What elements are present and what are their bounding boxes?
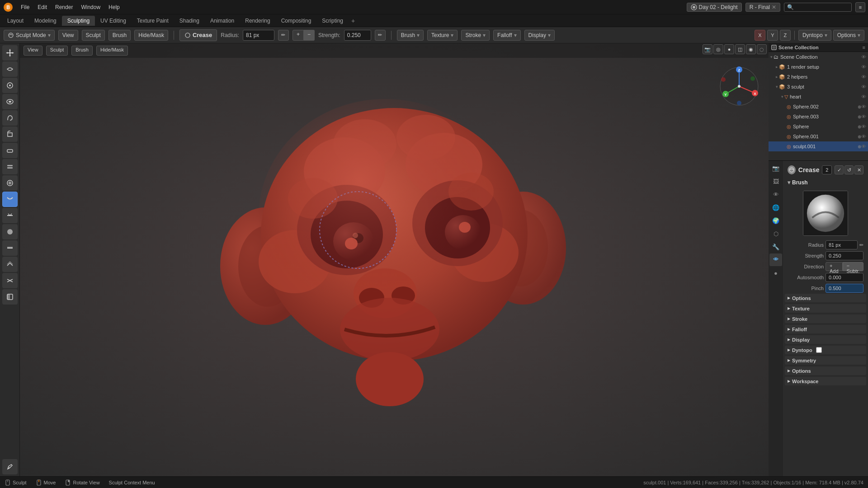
sculpt-button[interactable]: Sculpt [82, 30, 105, 41]
tool-grab[interactable] [2, 78, 18, 93]
tab-rendering[interactable]: Rendering [240, 16, 275, 26]
direction-add-button[interactable]: + Add [826, 262, 843, 271]
outliner-row-sphere001[interactable]: ◎ Sphere.001 ⊕ 👁 [769, 131, 868, 141]
tool-scrape[interactable] [2, 240, 18, 256]
tool-transform[interactable] [2, 45, 18, 61]
dyntopo-btn[interactable]: Dyntopo▾ [798, 30, 831, 41]
outliner-row-helpers[interactable]: ▸ 📦 2 helpers 👁 [769, 72, 868, 82]
props-object-tab[interactable]: ⬡ [769, 227, 782, 240]
x-mirror-btn[interactable]: X [755, 30, 765, 41]
props-output-tab[interactable]: 🖼 [769, 175, 782, 188]
render-setup-eye-icon[interactable]: 👁 [861, 64, 866, 70]
tool-annotate[interactable] [2, 459, 18, 474]
outliner-row-sculpt[interactable]: ▾ 📦 3 sculpt 👁 [769, 82, 868, 92]
props-scene-tab[interactable]: 🌐 [769, 201, 782, 214]
crease-check-btn[interactable]: ✓ [835, 165, 844, 174]
sphere002-eye-icon[interactable]: 👁 [861, 104, 866, 109]
options2-section-header[interactable]: ▸ Options [785, 366, 866, 375]
dyntopo-section-header[interactable]: ▸ Dyntopo [785, 346, 866, 354]
outliner-row-render-setup[interactable]: ▸ 📦 1 render setup 👁 [769, 62, 868, 72]
tool-elastic-grab[interactable] [2, 94, 18, 109]
viewport-wireframe-icon[interactable]: ◫ [735, 44, 745, 54]
sphere003-eye-icon[interactable]: 👁 [861, 114, 866, 119]
props-data-tab[interactable] [769, 253, 782, 266]
menu-file[interactable]: File [17, 3, 33, 11]
viewport-brush-btn[interactable]: Brush [71, 46, 93, 56]
props-material-tab[interactable]: ● [769, 267, 782, 279]
tab-animation[interactable]: Animation [205, 16, 240, 26]
tool-smooth[interactable] [2, 61, 18, 77]
tool-crease[interactable] [2, 192, 18, 207]
view-button[interactable]: View [58, 30, 78, 41]
dyntopo-checkbox[interactable] [816, 347, 822, 353]
sculpt001-eye-icon[interactable]: 👁 [861, 144, 866, 149]
tab-sculpting[interactable]: Sculpting [62, 16, 95, 26]
tool-pinch[interactable] [2, 273, 18, 288]
crease-num[interactable]: 2 [822, 165, 832, 174]
tool-snake-hook[interactable] [2, 110, 18, 126]
menu-edit[interactable]: Edit [34, 3, 51, 11]
stroke-dropdown[interactable]: Stroke▾ [461, 30, 490, 41]
display-dropdown[interactable]: Display▾ [524, 30, 555, 41]
sphere-eye-icon[interactable]: 👁 [861, 124, 866, 129]
falloff-dropdown[interactable]: Falloff▾ [493, 30, 520, 41]
tool-mask[interactable] [2, 289, 18, 305]
pinch-value[interactable]: 0.500 [826, 284, 863, 293]
menu-window[interactable]: Window [77, 3, 104, 11]
outliner-row-sphere[interactable]: ◎ Sphere ⊕ 👁 [769, 122, 868, 131]
z-mirror-btn[interactable]: Z [780, 30, 791, 41]
viewport-render-icon[interactable]: ◎ [713, 44, 723, 54]
tab-uv-editing[interactable]: UV Editing [95, 16, 132, 26]
menu-help[interactable]: Help [105, 3, 123, 11]
sphere001-eye-icon[interactable]: 👁 [861, 134, 866, 139]
y-mirror-btn[interactable]: Y [767, 30, 778, 41]
sculpt-eye-icon[interactable]: 👁 [861, 84, 866, 89]
viewport[interactable]: View Sculpt Brush Hide/Mask 📷 ◎ ● ◫ ◉ ◌ [20, 43, 769, 476]
viewport-sculpt-btn[interactable]: Sculpt [46, 46, 68, 56]
viewport-camera-ortho-icon[interactable]: 📷 [703, 44, 712, 54]
radius-edit-icon[interactable]: ✏ [859, 242, 863, 248]
outliner-row-sphere003[interactable]: ◎ Sphere.003 ⊕ 👁 [769, 112, 868, 122]
filter-icon-btn[interactable]: ≡ [855, 2, 865, 12]
tool-clay[interactable] [2, 143, 18, 158]
viewport-material-icon[interactable]: ● [724, 44, 734, 54]
heart-eye-icon[interactable]: 👁 [861, 94, 866, 99]
tool-clay-strips[interactable] [2, 159, 18, 174]
mode-selector[interactable]: Sculpt Mode ▾ [4, 30, 55, 41]
tab-layout[interactable]: Layout [2, 16, 29, 26]
direction-subtract-button[interactable]: − Subtr. [843, 262, 864, 271]
crease-refresh-btn[interactable]: ↺ [844, 165, 854, 174]
search-bar[interactable]: 🔍 [784, 3, 852, 12]
hide-mask-button[interactable]: Hide/Mask [134, 30, 168, 41]
falloff-section-header[interactable]: ▸ Falloff [785, 325, 866, 333]
outliner-row-sphere002[interactable]: ◎ Sphere.002 ⊕ 👁 [769, 102, 868, 112]
tool-thumb[interactable] [2, 127, 18, 142]
menu-render[interactable]: Render [52, 3, 76, 11]
radius-input[interactable] [243, 30, 274, 41]
tool-multiplane-scrape[interactable] [2, 257, 18, 272]
brush-dropdown[interactable]: Brush▾ [397, 30, 424, 41]
tool-inflate[interactable] [2, 175, 18, 191]
scene-eye-icon[interactable]: 👁 [861, 54, 866, 60]
props-render-tab[interactable]: 📷 [769, 162, 782, 174]
tab-shading[interactable]: Shading [174, 16, 205, 26]
add-button[interactable]: + [292, 30, 304, 41]
autosmooth-value[interactable]: 0.000 [826, 273, 863, 282]
add-tab-button[interactable]: + [349, 16, 358, 25]
viewport-hidemask-btn[interactable]: Hide/Mask [96, 46, 128, 56]
outliner-row-scene[interactable]: ▾ 🗂 Scene Collection 👁 [769, 52, 868, 62]
tool-fill[interactable] [2, 224, 18, 239]
tab-modeling[interactable]: Modeling [29, 16, 62, 26]
props-world-tab[interactable]: 🌍 [769, 214, 782, 227]
outliner-filter-icon[interactable]: ≡ [863, 45, 865, 50]
radius-prop-value[interactable]: 81 px [826, 240, 858, 249]
options-section-header[interactable]: ▸ Options [785, 294, 866, 302]
brush-button[interactable]: Brush [108, 30, 131, 41]
viewport-view-btn[interactable]: View [24, 46, 42, 56]
viewport-solid-icon[interactable]: ◉ [746, 44, 756, 54]
props-view-tab[interactable]: 👁 [769, 188, 782, 201]
subtract-button[interactable]: − [304, 30, 315, 41]
symmetry-section-header[interactable]: ▸ Symmetry [785, 356, 866, 365]
tab-compositing[interactable]: Compositing [276, 16, 317, 26]
tab-scripting[interactable]: Scripting [316, 16, 349, 26]
